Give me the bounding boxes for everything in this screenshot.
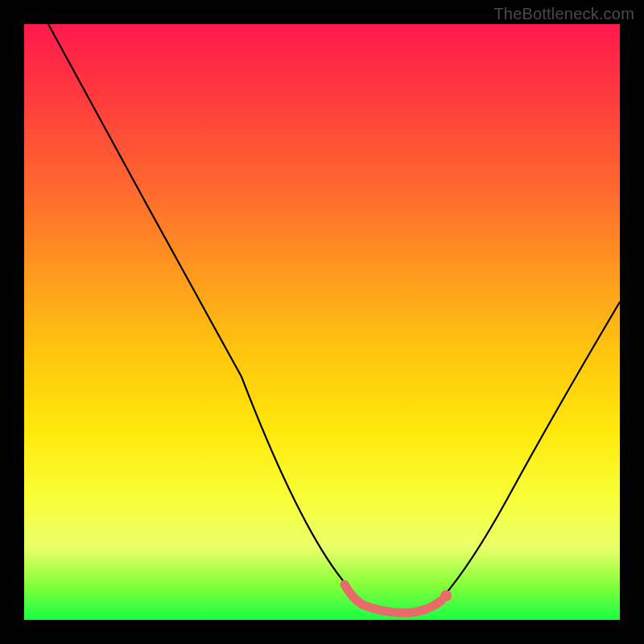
plot-area [24,24,620,620]
chart-frame: TheBottleneck.com [0,0,644,644]
band-right-dot [440,590,452,601]
watermark-text: TheBottleneck.com [493,5,634,23]
optimal-band [345,584,441,613]
chart-svg [24,24,620,620]
bottleneck-curve [48,24,620,610]
